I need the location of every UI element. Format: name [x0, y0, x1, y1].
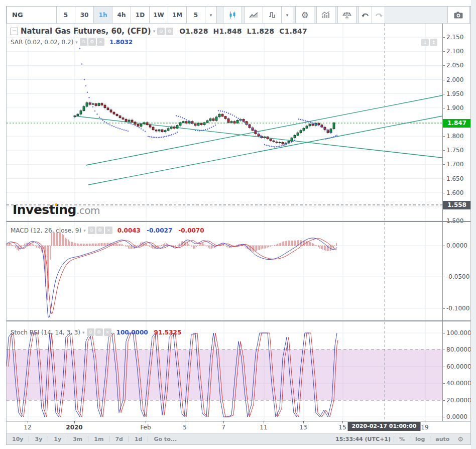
candle-body [122, 118, 124, 120]
candlestick-chart-type-button[interactable] [223, 7, 242, 24]
symbol-input[interactable]: NG [7, 7, 57, 24]
candle-body [155, 130, 157, 131]
settings-button[interactable]: ⚙ [295, 7, 314, 24]
line-chart-type-button[interactable] [244, 7, 263, 24]
gear-icon[interactable]: ⚙ [88, 38, 96, 46]
time-axis[interactable]: 122020Feb57111315192020-02-17 01:00:00 [7, 421, 470, 433]
pane-separator[interactable] [7, 320, 470, 321]
timeframe-button-5[interactable]: 5 [56, 7, 75, 24]
option-log[interactable]: log [410, 436, 430, 442]
option-percent[interactable]: % [394, 436, 410, 442]
chevron-down-icon[interactable]: ▾ [75, 40, 78, 45]
timeframe-more-button[interactable]: ▾ [205, 7, 217, 24]
option-auto[interactable]: auto [430, 436, 454, 442]
arrow-down-icon[interactable]: ↓ [421, 39, 429, 46]
collapse-pane-icon[interactable]: − [11, 28, 18, 35]
candle-body [176, 126, 178, 129]
close-icon[interactable]: × [104, 328, 111, 336]
price-axis[interactable]: 2.1502.1002.0502.0001.9501.9001.8001.750… [442, 24, 470, 421]
chart-area[interactable]: 2.1502.1002.0502.0001.9501.9001.8001.750… [7, 24, 470, 421]
candle-body [182, 122, 184, 123]
close-icon[interactable]: × [97, 38, 104, 46]
sar-dot [315, 124, 316, 125]
sar-dot [104, 121, 105, 122]
sar-dot [284, 144, 285, 145]
timeframe-button-1M[interactable]: 1M [168, 7, 187, 24]
candle-body [197, 123, 199, 126]
candle-body [80, 110, 82, 114]
eye-icon[interactable]: ⊙ [87, 328, 94, 336]
chart-canvas[interactable] [7, 24, 442, 421]
gear-icon[interactable]: ⚙ [96, 227, 104, 234]
sar-dot [113, 126, 114, 127]
axis-label: 1.750 [446, 147, 463, 154]
compare-button[interactable] [337, 7, 356, 24]
timeframe-button-5[interactable]: 5 [186, 7, 205, 24]
chevron-down-icon[interactable]: ▾ [83, 228, 86, 233]
range-button-1m[interactable]: 1m [88, 436, 109, 442]
sar-dot [261, 137, 262, 138]
price-badge: 1.847 [443, 119, 470, 128]
time-label: Feb [140, 424, 151, 431]
range-button-1d[interactable]: 1d [129, 436, 148, 442]
candle-body [303, 128, 305, 130]
sar-dot [234, 116, 235, 117]
timeframe-button-1D[interactable]: 1D [131, 7, 150, 24]
range-button-3y[interactable]: 3y [29, 436, 48, 442]
timeframe-button-30[interactable]: 30 [75, 7, 94, 24]
range-button-1y[interactable]: 1y [48, 436, 67, 442]
sar-dot [330, 132, 331, 133]
timeframe-button-1h[interactable]: 1h [93, 7, 112, 24]
undo-button[interactable] [359, 7, 372, 24]
candle-body [86, 103, 88, 106]
sar-dot [122, 129, 123, 130]
line-style-button[interactable] [263, 7, 282, 24]
candle-body [221, 114, 223, 117]
eye-icon[interactable]: ⊙ [157, 28, 165, 35]
eye-icon[interactable]: ⊙ [88, 227, 95, 234]
sar-dot [149, 136, 150, 137]
indicators-button[interactable] [316, 7, 335, 24]
axis-label: 1.650 [446, 175, 463, 182]
redo-button[interactable] [372, 7, 385, 24]
sar-dot [168, 135, 169, 136]
gear-icon[interactable]: ⚙ [95, 328, 103, 336]
gear-icon[interactable]: ⚙ [166, 28, 173, 35]
chevron-down-icon[interactable]: ▾ [82, 330, 85, 335]
line-style-more-button[interactable]: ▾ [281, 7, 293, 24]
range-button-7d[interactable]: 7d [109, 436, 129, 442]
sar-dot [248, 125, 249, 126]
gear-icon[interactable]: ⚙ [454, 435, 466, 443]
sar-dot [175, 133, 176, 134]
candle-body [224, 117, 226, 119]
close-icon[interactable]: × [105, 227, 112, 234]
sar-dot [188, 121, 189, 122]
range-button-10y[interactable]: 10y [7, 436, 29, 442]
sar-dot [209, 128, 210, 129]
clock-label[interactable]: 15:33:44 (UTC+1) [335, 436, 394, 442]
sar-dot [205, 129, 206, 130]
timeframe-button-1W[interactable]: 1W [149, 7, 168, 24]
sar-dot [278, 146, 279, 147]
sar-dot [281, 145, 282, 146]
candle-body [92, 103, 94, 104]
sar-dot [117, 128, 118, 129]
goto-button[interactable]: Go to... [148, 436, 182, 442]
price-badge: 1.558 [443, 201, 470, 209]
eye-icon[interactable]: ⊙ [80, 38, 87, 46]
scale-buttons: ↓ ↕ [421, 39, 438, 46]
pane-separator[interactable] [7, 221, 470, 222]
chart-title: Natural Gas Futures, 60, (CFD) [21, 27, 151, 36]
chevron-down-icon[interactable]: ▾ [153, 29, 156, 34]
timeframe-button-4h[interactable]: 4h [112, 7, 131, 24]
screenshot-button[interactable] [447, 7, 469, 24]
sar-dot [232, 115, 233, 116]
arrow-updown-icon[interactable]: ↕ [430, 39, 437, 46]
candle-body [194, 124, 196, 125]
redo-arrow-icon [375, 12, 383, 19]
sar-dot [250, 126, 251, 127]
sar-dot [159, 137, 160, 138]
sar-dot [137, 126, 138, 127]
range-button-3m[interactable]: 3m [67, 436, 88, 442]
sar-dot [271, 146, 272, 147]
